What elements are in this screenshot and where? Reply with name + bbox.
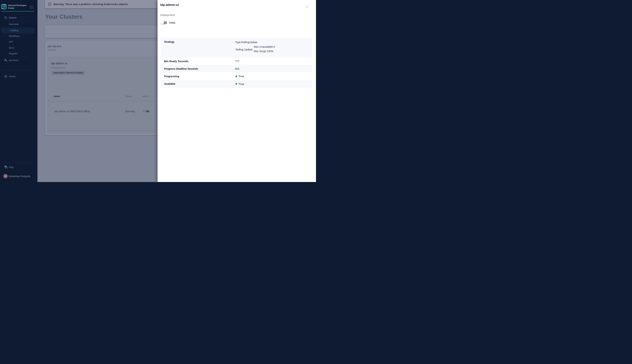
help-chat-icon: ? xyxy=(5,166,8,168)
brand-title: Internal Developer Portal xyxy=(8,4,27,9)
yaml-toggle[interactable] xyxy=(161,20,168,24)
brand-line1: Internal Developer xyxy=(8,4,27,7)
pods-col-phase: phase xyxy=(125,95,132,98)
sidebar-item-label: Admin xyxy=(9,75,16,78)
sidebar-item-admin[interactable]: Admin xyxy=(0,74,38,79)
sidebar-item-devtools[interactable]: DevTools xyxy=(0,58,38,63)
sidebar-item-docs[interactable]: Docs xyxy=(0,45,38,50)
warning-icon xyxy=(48,2,51,6)
detail-row-strategy: Strategy Type:RollingUpdate Rolling Upda… xyxy=(161,38,312,58)
detail-row-min-ready-seconds: Min Ready Seconds ??? xyxy=(161,58,312,65)
pods-col-name: name xyxy=(54,95,60,98)
sidebar-item-register[interactable]: Register xyxy=(0,51,38,56)
sidebar-item-label: Docs xyxy=(9,46,14,49)
close-icon[interactable] xyxy=(304,4,309,9)
sidebar-item-workflows[interactable]: Workflows xyxy=(0,33,38,39)
sidebar-item-catalog[interactable]: Catalog xyxy=(1,28,35,33)
detail-row-progress-deadline-seconds: Progress Deadline Seconds 600 xyxy=(161,65,312,72)
detail-label: Progressing xyxy=(161,75,179,78)
sidebar-item-label: Overview xyxy=(9,23,19,26)
detail-label: Strategy xyxy=(161,38,174,43)
drawer-title: idp-admin-ui xyxy=(160,3,179,7)
sidebar-item-overview[interactable]: Overview xyxy=(0,21,38,27)
page-title: Your Clusters xyxy=(45,14,83,20)
deployment-kind: Deployment xyxy=(51,66,66,69)
detail-value: 600 xyxy=(235,67,239,70)
sidebar-accent-divider xyxy=(1,11,35,12)
avatar[interactable]: DP xyxy=(4,174,8,178)
cluster-kind: Cluster xyxy=(48,48,56,51)
pod-row-status: OK xyxy=(146,110,149,113)
search-icon xyxy=(4,16,7,19)
sidebar-divider xyxy=(1,163,35,163)
drawer-subtitle: Deployment xyxy=(160,14,175,16)
app-root: Warning: There was a problem retrieving … xyxy=(0,0,316,182)
brand-logo-icon xyxy=(1,4,7,9)
namespace-chip: namespace: harness-nextgen xyxy=(52,71,85,75)
apps-grid-icon[interactable] xyxy=(30,5,34,9)
pod-status-dot-icon xyxy=(143,110,145,112)
sidebar-divider xyxy=(1,70,35,70)
max-unavailable: Max Unavailable:0 xyxy=(254,45,275,48)
sidebar-item-help[interactable]: ? Help xyxy=(0,164,38,170)
sidebar-item-label: DevTools xyxy=(9,59,19,62)
cluster-card-qa-env[interactable]: qa-env Cluster xyxy=(45,25,158,38)
detail-row-available: Available True xyxy=(161,80,312,88)
cluster-name: pre-qa-env xyxy=(48,44,62,48)
warning-banner: Warning: There was a problem retrieving … xyxy=(45,0,158,8)
strategy-type: Type:RollingUpdate xyxy=(235,41,257,44)
pods-col-status: status xyxy=(142,95,149,98)
sidebar-item-label: Help xyxy=(9,166,14,168)
gear-icon xyxy=(4,75,7,78)
sidebar-item-label: Catalog xyxy=(10,29,18,32)
sidebar-item-label: Workflows xyxy=(9,35,20,38)
sidebar-item-api[interactable]: API xyxy=(0,39,38,44)
sidebar-item-label: Register xyxy=(9,52,18,55)
status-ok-dot-icon xyxy=(235,83,237,85)
detail-value: ??? xyxy=(235,60,239,63)
avatar-initials: DP xyxy=(5,175,7,177)
status-ok-dot-icon xyxy=(235,76,237,77)
wrench-icon xyxy=(4,59,7,62)
details-drawer: idp-admin-ui Deployment YAML Strategy Ty… xyxy=(158,0,316,182)
table-divider xyxy=(48,101,158,101)
rolling-update-label: Rolling Update: xyxy=(236,48,253,51)
svg-text:?: ? xyxy=(5,166,6,168)
table-divider xyxy=(48,130,158,131)
pod-row-name[interactable]: idp-admin-ui-7889789fc6-9f6cb xyxy=(54,110,90,113)
detail-value: True xyxy=(238,75,244,78)
detail-row-progressing: Progressing True xyxy=(161,72,312,80)
sidebar-item-label: Search xyxy=(9,16,16,19)
user-name[interactable]: Debabrata Panigrahi xyxy=(9,175,30,178)
deployment-name: idp-admin-ui xyxy=(51,62,67,65)
detail-label: Progress Deadline Seconds xyxy=(161,67,198,70)
detail-label: Available xyxy=(161,82,175,85)
warning-text: Warning: There was a problem retrieving … xyxy=(54,3,128,6)
yaml-toggle-label: YAML xyxy=(169,21,176,24)
detail-value: True xyxy=(238,82,244,86)
max-surge: Max Surge:100% xyxy=(254,50,273,53)
sidebar-item-search[interactable]: Search xyxy=(0,15,38,20)
pod-row-phase: Running xyxy=(125,110,135,113)
brand-line2: Portal xyxy=(8,7,27,10)
toggle-thumb xyxy=(160,20,164,24)
detail-label: Min Ready Seconds xyxy=(161,60,188,63)
sidebar: Internal Developer Portal Search Overvie… xyxy=(0,0,38,182)
sidebar-item-label: API xyxy=(9,40,13,43)
